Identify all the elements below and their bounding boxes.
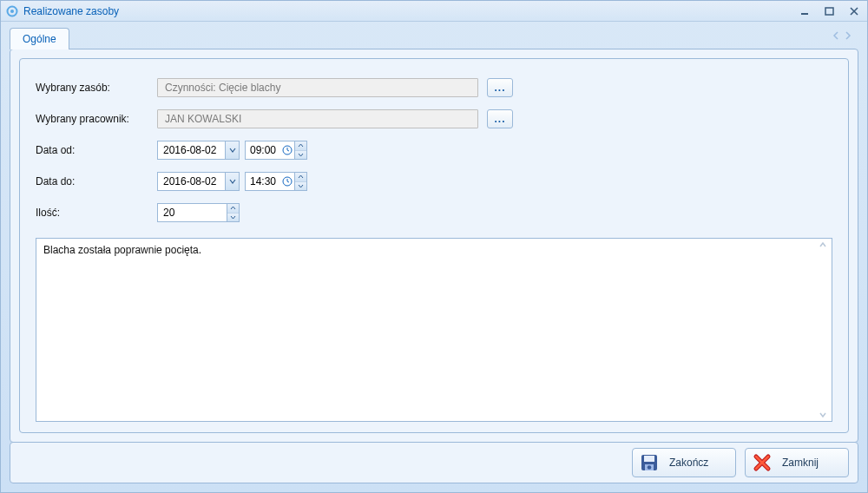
tab-next-icon[interactable]: [845, 30, 852, 43]
time-from-up[interactable]: [295, 141, 306, 151]
label-employee: Wybrany pracownik:: [36, 113, 157, 125]
close-window-button[interactable]: [846, 5, 862, 17]
scroll-up-icon[interactable]: [818, 240, 828, 249]
row-resource: Wybrany zasób: ...: [36, 78, 832, 97]
notes-text: Blacha została poprawnie pocięta.: [43, 244, 201, 256]
quantity-up[interactable]: [227, 204, 239, 214]
quantity-down[interactable]: [227, 214, 239, 222]
notes-textarea[interactable]: Blacha została poprawnie pocięta.: [36, 238, 832, 422]
time-to-up[interactable]: [295, 173, 306, 182]
close-button-label: Zamknij: [782, 457, 819, 469]
svg-rect-3: [825, 8, 833, 15]
label-resource: Wybrany zasób:: [36, 82, 157, 94]
input-time-from[interactable]: 09:00: [245, 141, 307, 160]
row-quantity: Ilość: 20: [36, 203, 832, 222]
svg-rect-7: [644, 456, 654, 462]
svg-point-9: [648, 465, 652, 470]
titlebar-controls: [798, 5, 862, 17]
label-quantity: Ilość:: [36, 207, 157, 219]
close-icon: [751, 451, 773, 474]
time-from-spinners: [294, 141, 306, 159]
panel-inner: Wybrany zasób: ... Wybrany pracownik: ..…: [19, 58, 849, 433]
save-icon: [638, 451, 661, 474]
svg-rect-2: [801, 13, 808, 15]
window-root: Realizowane zasoby Ogólne: [0, 0, 868, 493]
date-from-dropdown-icon[interactable]: [225, 141, 239, 159]
window-title: Realizowane zasoby: [23, 5, 119, 17]
finish-button-label: Zakończ: [669, 457, 708, 469]
row-employee: Wybrany pracownik: ...: [36, 109, 832, 128]
clock-icon: [280, 176, 294, 187]
date-to-dropdown-icon[interactable]: [225, 173, 239, 190]
tab-general[interactable]: Ogólne: [10, 28, 69, 49]
input-time-to[interactable]: 14:30: [245, 172, 307, 191]
finish-button[interactable]: Zakończ: [632, 448, 736, 477]
app-icon: [6, 5, 18, 17]
input-date-from[interactable]: 2016-08-02: [157, 141, 240, 160]
browse-employee-button[interactable]: ...: [487, 109, 513, 128]
footer-bar: Zakończ Zamknij: [10, 442, 858, 483]
date-to-value: 2016-08-02: [158, 175, 225, 187]
titlebar-left: Realizowane zasoby: [6, 5, 119, 17]
date-from-value: 2016-08-02: [158, 144, 225, 156]
svg-point-1: [10, 10, 14, 13]
clock-icon: [280, 145, 294, 155]
input-date-to[interactable]: 2016-08-02: [157, 172, 240, 191]
tab-nav: [832, 30, 852, 43]
label-date-from: Data od:: [36, 144, 157, 156]
quantity-value: 20: [158, 207, 227, 219]
input-employee: [157, 109, 478, 128]
time-from-down[interactable]: [295, 151, 306, 160]
browse-resource-button[interactable]: ...: [487, 78, 513, 97]
row-date-from: Data od: 2016-08-02 09:00: [36, 141, 832, 160]
panel-outer: Wybrany zasób: ... Wybrany pracownik: ..…: [10, 49, 858, 443]
scroll-down-icon[interactable]: [818, 411, 828, 419]
row-date-to: Data do: 2016-08-02 14:30: [36, 172, 832, 191]
minimize-button[interactable]: [798, 5, 813, 17]
label-date-to: Data do:: [36, 175, 157, 187]
input-resource: [157, 78, 478, 97]
tabstrip: Ogólne: [1, 22, 867, 49]
time-from-value: 09:00: [246, 144, 280, 156]
time-to-value: 14:30: [246, 175, 280, 187]
input-quantity[interactable]: 20: [157, 203, 240, 222]
time-to-spinners: [294, 173, 306, 190]
close-button[interactable]: Zamknij: [745, 448, 849, 477]
quantity-spinners: [227, 204, 239, 221]
titlebar: Realizowane zasoby: [1, 1, 867, 22]
maximize-button[interactable]: [822, 5, 838, 17]
notes-scrollbar[interactable]: [818, 240, 830, 419]
time-to-down[interactable]: [295, 182, 306, 191]
tab-prev-icon[interactable]: [832, 30, 839, 43]
